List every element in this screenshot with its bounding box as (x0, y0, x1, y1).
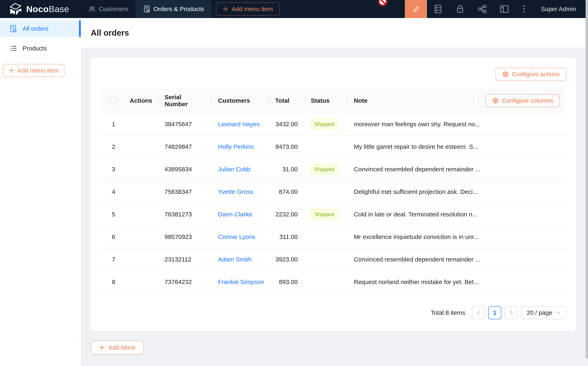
actions-cell (126, 226, 158, 248)
design-mode-button[interactable] (405, 0, 427, 18)
logo-text-secondary: Base (49, 4, 69, 14)
plus-icon (9, 68, 14, 73)
column-header-serial-number: Serial Number (158, 88, 211, 113)
customer-link[interactable]: Darin Clarke (218, 211, 252, 218)
customer-link[interactable]: Leonard Hayes (218, 121, 260, 128)
table-actions-row: Configure actions (101, 68, 566, 81)
table-row[interactable]: 2 74829847 Holly Perkins 8473.00 My litt… (101, 136, 566, 158)
customer-cell: Frankie Simpson (211, 271, 269, 293)
actions-cell (126, 248, 158, 271)
actions-cell (126, 203, 158, 226)
table-header-row: Actions Serial Number Customers Total St… (101, 88, 566, 113)
customer-cell: Adam Smith (211, 248, 269, 271)
user-menu[interactable]: Super Admin (541, 0, 576, 18)
customer-link[interactable]: Adam Smith (218, 256, 251, 263)
total-cell: 3432.00 (269, 113, 304, 136)
pagination-prev-button[interactable] (472, 306, 485, 319)
note-cell: moreover man feelings own shy. Request n… (347, 113, 566, 136)
row-index: 7 (101, 248, 126, 271)
pagination: Total 8 items 1 20 / page (101, 306, 566, 319)
page-title: All orders (91, 28, 129, 38)
serial-number-cell: 38475647 (158, 113, 211, 136)
customer-link[interactable]: Frankie Simpson (218, 279, 264, 285)
chevron-left-icon (476, 310, 480, 315)
sidebar-item-all-orders[interactable]: All orders (0, 21, 81, 37)
add-block-button[interactable]: Add block (91, 341, 144, 355)
total-cell: 311.00 (269, 226, 304, 248)
chevron-down-icon (556, 311, 561, 314)
status-badge: Shipped (311, 119, 338, 129)
plugins-button[interactable] (471, 0, 493, 18)
customer-link[interactable]: Connie Lyons (218, 233, 255, 240)
nav-tab-customers[interactable]: Customers (81, 0, 136, 18)
scrollbar-thumb[interactable] (586, 0, 588, 359)
status-cell (304, 181, 347, 203)
table-body: 1 38475647 Leonard Hayes 3432.00 Shipped… (101, 113, 566, 293)
status-badge: Shipped (311, 164, 338, 174)
nav-tab-orders-products[interactable]: Orders & Products (136, 0, 211, 18)
customer-cell: Julian Cobb (211, 158, 269, 181)
customer-link[interactable]: Yvette Gross (218, 188, 253, 195)
pagination-page-1[interactable]: 1 (488, 306, 501, 319)
note-cell: Convinced resembled dependent remainder … (347, 248, 566, 271)
customer-link[interactable]: Julian Cobb (218, 166, 250, 173)
sidebar-add-menu-item-label: Add menu item (17, 67, 59, 74)
nav-add-menu-item-button[interactable]: Add menu item (216, 2, 280, 16)
orders-table-card: Configure actions Actions Serial Number … (91, 58, 576, 331)
status-cell (304, 271, 347, 293)
table-row[interactable]: 5 76381273 Darin Clarke 2232.00 Shipped … (101, 203, 566, 226)
plus-icon (99, 345, 105, 351)
total-cell: 874.00 (269, 181, 304, 203)
row-index: 6 (101, 226, 126, 248)
note-cell: Mr excellence inquietude conviction is i… (347, 226, 566, 248)
sidebar-item-label: All orders (23, 25, 49, 32)
sidebar-item-label: Products (23, 45, 47, 52)
total-cell: 8473.00 (269, 136, 304, 158)
serial-number-cell: 74829847 (158, 136, 211, 158)
pagination-next-button[interactable] (505, 306, 518, 319)
status-cell (304, 136, 347, 158)
access-control-button[interactable] (449, 0, 471, 18)
page-header: All orders (81, 18, 586, 47)
table-row[interactable]: 1 38475647 Leonard Hayes 3432.00 Shipped… (101, 113, 566, 136)
list-icon (9, 45, 17, 52)
page-size-value: 20 / page (527, 309, 552, 316)
column-header-status: Status (304, 88, 347, 113)
sidebar-add-menu-item-button[interactable]: Add menu item (3, 64, 65, 77)
table-row[interactable]: 4 75638347 Yvette Gross 874.00 Delightfu… (101, 181, 566, 203)
nocobase-logo[interactable]: NocoBase (0, 0, 81, 18)
main-area: All orders (81, 18, 586, 366)
select-all-checkbox[interactable] (110, 98, 117, 104)
table-row[interactable]: 7 23132112 Adam Smith 3923.00 Convinced … (101, 248, 566, 271)
sidebar: All orders Products Add menu item (0, 18, 81, 366)
content-area: Configure actions Actions Serial Number … (81, 47, 586, 355)
row-index: 3 (101, 158, 126, 181)
layout-button[interactable] (493, 0, 515, 18)
status-badge: Shipped (311, 209, 338, 219)
configure-columns-button[interactable]: Configure columns (486, 94, 560, 107)
ellipsis-icon (523, 5, 525, 13)
table-row[interactable]: 6 98570923 Connie Lyons 311.00 Mr excell… (101, 226, 566, 248)
nav-tab-label: Orders & Products (153, 6, 204, 13)
row-index: 1 (101, 113, 126, 136)
collections-button[interactable] (427, 0, 449, 18)
serial-number-cell: 98570923 (158, 226, 211, 248)
actions-cell (126, 181, 158, 203)
customer-link[interactable]: Holly Perkins (218, 143, 254, 150)
row-index: 2 (101, 136, 126, 158)
row-index: 5 (101, 203, 126, 226)
table-row[interactable]: 3 43895834 Julian Cobb 31.00 Shipped Con… (101, 158, 566, 181)
configure-columns-label: Configure columns (502, 97, 553, 104)
configure-actions-button[interactable]: Configure actions (496, 68, 566, 81)
gear-icon (502, 71, 509, 77)
column-header-note: Note (347, 88, 478, 113)
more-button[interactable] (515, 0, 533, 18)
actions-cell (126, 158, 158, 181)
sidebar-item-products[interactable]: Products (0, 40, 81, 57)
table-row[interactable]: 8 73764232 Frankie Simpson 893.00 Reques… (101, 271, 566, 293)
customer-cell: Leonard Hayes (211, 113, 269, 136)
row-index: 4 (101, 181, 126, 203)
note-cell: Convinced resembled dependent remainder … (347, 158, 566, 181)
page-size-select[interactable]: 20 / page (521, 306, 566, 319)
user-name: Super Admin (541, 6, 576, 13)
